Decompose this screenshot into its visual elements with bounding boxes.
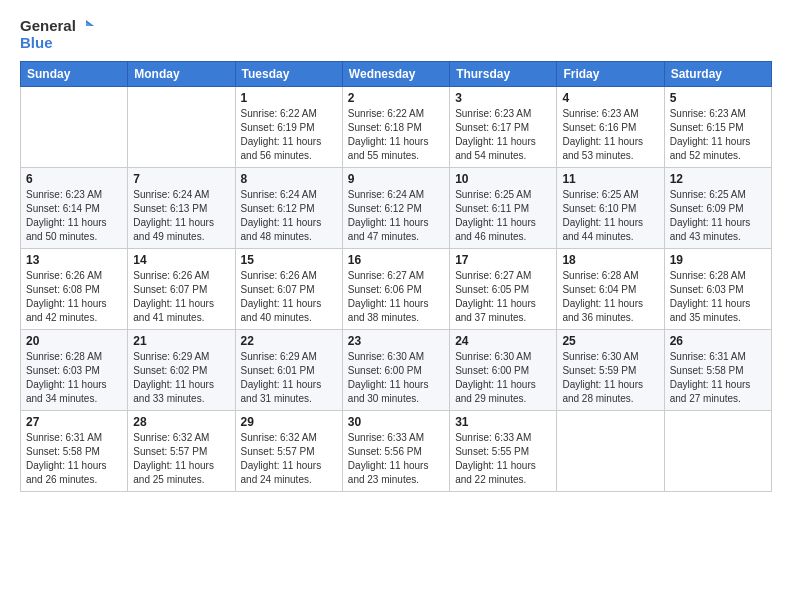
cell-details: Sunrise: 6:28 AM Sunset: 6:03 PM Dayligh…	[670, 269, 766, 325]
cell-day-number: 30	[348, 415, 444, 429]
cell-details: Sunrise: 6:26 AM Sunset: 6:07 PM Dayligh…	[241, 269, 337, 325]
cell-details: Sunrise: 6:24 AM Sunset: 6:12 PM Dayligh…	[348, 188, 444, 244]
weekday-thursday: Thursday	[450, 62, 557, 87]
week-row-3: 13Sunrise: 6:26 AM Sunset: 6:08 PM Dayli…	[21, 249, 772, 330]
cell-day-number: 2	[348, 91, 444, 105]
calendar-cell	[21, 87, 128, 168]
cell-details: Sunrise: 6:26 AM Sunset: 6:07 PM Dayligh…	[133, 269, 229, 325]
calendar-cell: 17Sunrise: 6:27 AM Sunset: 6:05 PM Dayli…	[450, 249, 557, 330]
cell-day-number: 16	[348, 253, 444, 267]
cell-day-number: 24	[455, 334, 551, 348]
cell-details: Sunrise: 6:33 AM Sunset: 5:56 PM Dayligh…	[348, 431, 444, 487]
weekday-saturday: Saturday	[664, 62, 771, 87]
cell-details: Sunrise: 6:28 AM Sunset: 6:03 PM Dayligh…	[26, 350, 122, 406]
week-row-5: 27Sunrise: 6:31 AM Sunset: 5:58 PM Dayli…	[21, 411, 772, 492]
cell-day-number: 17	[455, 253, 551, 267]
calendar-cell: 13Sunrise: 6:26 AM Sunset: 6:08 PM Dayli…	[21, 249, 128, 330]
week-row-1: 1Sunrise: 6:22 AM Sunset: 6:19 PM Daylig…	[21, 87, 772, 168]
cell-day-number: 3	[455, 91, 551, 105]
cell-details: Sunrise: 6:25 AM Sunset: 6:11 PM Dayligh…	[455, 188, 551, 244]
cell-day-number: 7	[133, 172, 229, 186]
calendar-cell: 21Sunrise: 6:29 AM Sunset: 6:02 PM Dayli…	[128, 330, 235, 411]
cell-details: Sunrise: 6:28 AM Sunset: 6:04 PM Dayligh…	[562, 269, 658, 325]
week-row-4: 20Sunrise: 6:28 AM Sunset: 6:03 PM Dayli…	[21, 330, 772, 411]
cell-day-number: 19	[670, 253, 766, 267]
cell-details: Sunrise: 6:22 AM Sunset: 6:19 PM Dayligh…	[241, 107, 337, 163]
calendar-table: SundayMondayTuesdayWednesdayThursdayFrid…	[20, 61, 772, 492]
calendar-cell: 15Sunrise: 6:26 AM Sunset: 6:07 PM Dayli…	[235, 249, 342, 330]
calendar-cell: 3Sunrise: 6:23 AM Sunset: 6:17 PM Daylig…	[450, 87, 557, 168]
calendar-cell: 6Sunrise: 6:23 AM Sunset: 6:14 PM Daylig…	[21, 168, 128, 249]
cell-details: Sunrise: 6:23 AM Sunset: 6:14 PM Dayligh…	[26, 188, 122, 244]
calendar-cell: 1Sunrise: 6:22 AM Sunset: 6:19 PM Daylig…	[235, 87, 342, 168]
calendar-cell: 26Sunrise: 6:31 AM Sunset: 5:58 PM Dayli…	[664, 330, 771, 411]
calendar-cell	[128, 87, 235, 168]
calendar-cell: 24Sunrise: 6:30 AM Sunset: 6:00 PM Dayli…	[450, 330, 557, 411]
logo: General Blue	[20, 18, 94, 51]
weekday-sunday: Sunday	[21, 62, 128, 87]
cell-day-number: 22	[241, 334, 337, 348]
weekday-wednesday: Wednesday	[342, 62, 449, 87]
cell-day-number: 18	[562, 253, 658, 267]
calendar-cell: 16Sunrise: 6:27 AM Sunset: 6:06 PM Dayli…	[342, 249, 449, 330]
cell-day-number: 11	[562, 172, 658, 186]
header: General Blue	[20, 18, 772, 51]
cell-details: Sunrise: 6:23 AM Sunset: 6:15 PM Dayligh…	[670, 107, 766, 163]
calendar-cell: 12Sunrise: 6:25 AM Sunset: 6:09 PM Dayli…	[664, 168, 771, 249]
cell-day-number: 29	[241, 415, 337, 429]
calendar-cell: 19Sunrise: 6:28 AM Sunset: 6:03 PM Dayli…	[664, 249, 771, 330]
calendar-cell: 22Sunrise: 6:29 AM Sunset: 6:01 PM Dayli…	[235, 330, 342, 411]
calendar-cell: 2Sunrise: 6:22 AM Sunset: 6:18 PM Daylig…	[342, 87, 449, 168]
cell-details: Sunrise: 6:30 AM Sunset: 6:00 PM Dayligh…	[455, 350, 551, 406]
cell-day-number: 1	[241, 91, 337, 105]
cell-details: Sunrise: 6:32 AM Sunset: 5:57 PM Dayligh…	[133, 431, 229, 487]
calendar-cell: 31Sunrise: 6:33 AM Sunset: 5:55 PM Dayli…	[450, 411, 557, 492]
cell-details: Sunrise: 6:29 AM Sunset: 6:02 PM Dayligh…	[133, 350, 229, 406]
calendar-cell: 29Sunrise: 6:32 AM Sunset: 5:57 PM Dayli…	[235, 411, 342, 492]
cell-day-number: 20	[26, 334, 122, 348]
calendar-cell: 8Sunrise: 6:24 AM Sunset: 6:12 PM Daylig…	[235, 168, 342, 249]
cell-day-number: 25	[562, 334, 658, 348]
cell-details: Sunrise: 6:33 AM Sunset: 5:55 PM Dayligh…	[455, 431, 551, 487]
cell-day-number: 12	[670, 172, 766, 186]
cell-day-number: 26	[670, 334, 766, 348]
cell-details: Sunrise: 6:29 AM Sunset: 6:01 PM Dayligh…	[241, 350, 337, 406]
calendar-cell: 23Sunrise: 6:30 AM Sunset: 6:00 PM Dayli…	[342, 330, 449, 411]
calendar-cell: 7Sunrise: 6:24 AM Sunset: 6:13 PM Daylig…	[128, 168, 235, 249]
cell-details: Sunrise: 6:30 AM Sunset: 6:00 PM Dayligh…	[348, 350, 444, 406]
cell-details: Sunrise: 6:23 AM Sunset: 6:17 PM Dayligh…	[455, 107, 551, 163]
calendar-cell: 9Sunrise: 6:24 AM Sunset: 6:12 PM Daylig…	[342, 168, 449, 249]
cell-details: Sunrise: 6:25 AM Sunset: 6:09 PM Dayligh…	[670, 188, 766, 244]
cell-details: Sunrise: 6:31 AM Sunset: 5:58 PM Dayligh…	[670, 350, 766, 406]
cell-details: Sunrise: 6:27 AM Sunset: 6:06 PM Dayligh…	[348, 269, 444, 325]
cell-details: Sunrise: 6:32 AM Sunset: 5:57 PM Dayligh…	[241, 431, 337, 487]
logo-blue-text: Blue	[20, 35, 53, 52]
cell-details: Sunrise: 6:23 AM Sunset: 6:16 PM Dayligh…	[562, 107, 658, 163]
logo-bird-icon	[78, 18, 94, 34]
cell-day-number: 13	[26, 253, 122, 267]
cell-day-number: 6	[26, 172, 122, 186]
cell-day-number: 9	[348, 172, 444, 186]
weekday-monday: Monday	[128, 62, 235, 87]
week-row-2: 6Sunrise: 6:23 AM Sunset: 6:14 PM Daylig…	[21, 168, 772, 249]
calendar-cell	[557, 411, 664, 492]
cell-day-number: 8	[241, 172, 337, 186]
cell-details: Sunrise: 6:22 AM Sunset: 6:18 PM Dayligh…	[348, 107, 444, 163]
calendar-cell: 11Sunrise: 6:25 AM Sunset: 6:10 PM Dayli…	[557, 168, 664, 249]
cell-day-number: 4	[562, 91, 658, 105]
calendar-cell: 28Sunrise: 6:32 AM Sunset: 5:57 PM Dayli…	[128, 411, 235, 492]
weekday-header-row: SundayMondayTuesdayWednesdayThursdayFrid…	[21, 62, 772, 87]
cell-day-number: 23	[348, 334, 444, 348]
calendar-cell: 4Sunrise: 6:23 AM Sunset: 6:16 PM Daylig…	[557, 87, 664, 168]
cell-day-number: 31	[455, 415, 551, 429]
cell-details: Sunrise: 6:24 AM Sunset: 6:13 PM Dayligh…	[133, 188, 229, 244]
cell-day-number: 14	[133, 253, 229, 267]
calendar-cell	[664, 411, 771, 492]
cell-day-number: 27	[26, 415, 122, 429]
cell-day-number: 21	[133, 334, 229, 348]
cell-day-number: 28	[133, 415, 229, 429]
calendar-cell: 18Sunrise: 6:28 AM Sunset: 6:04 PM Dayli…	[557, 249, 664, 330]
weekday-tuesday: Tuesday	[235, 62, 342, 87]
cell-details: Sunrise: 6:31 AM Sunset: 5:58 PM Dayligh…	[26, 431, 122, 487]
cell-details: Sunrise: 6:24 AM Sunset: 6:12 PM Dayligh…	[241, 188, 337, 244]
